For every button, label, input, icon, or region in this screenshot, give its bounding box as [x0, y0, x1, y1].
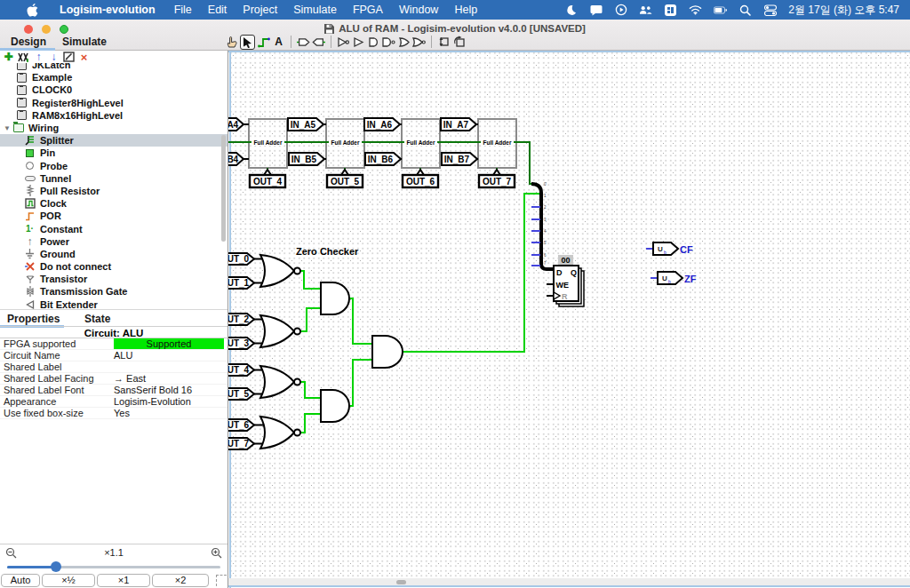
pin-label-out3: OUT_3: [228, 338, 250, 348]
menu-window[interactable]: Window: [391, 4, 446, 16]
circuit-canvas[interactable]: Full Adder Full Adder Full Adder Full Ad…: [228, 51, 910, 588]
tree-item-example[interactable]: Example: [0, 71, 228, 83]
menu-simulate[interactable]: Simulate: [285, 4, 345, 16]
register[interactable]: 00 D Q WE R: [547, 255, 584, 306]
nand-gate-tool-icon[interactable]: [382, 35, 395, 49]
zoom-half-button[interactable]: ×½: [42, 574, 95, 587]
tree-folder-wiring[interactable]: ▼Wiring: [0, 122, 228, 134]
tree-item-splitter[interactable]: Splitter: [0, 134, 228, 147]
property-value: ALU: [114, 350, 228, 361]
delete-circuit-icon[interactable]: ×: [78, 52, 90, 63]
zoom-in-icon[interactable]: [211, 546, 222, 558]
move-circuit-up-icon[interactable]: ↑: [33, 52, 44, 63]
property-row-fpga-supported[interactable]: FPGA supportedSupported: [0, 338, 228, 350]
tab-simulate[interactable]: Simulate: [62, 36, 107, 48]
tab-properties[interactable]: Properties: [7, 313, 60, 325]
add-vhdl-icon[interactable]: [18, 52, 29, 63]
tree-item-clock0[interactable]: CLOCK0: [0, 83, 228, 96]
tree-item-pin[interactable]: Pin: [0, 147, 228, 159]
poke-tool-icon[interactable]: [225, 35, 238, 49]
and-gates[interactable]: [321, 282, 403, 422]
and-gate-tool-icon[interactable]: [367, 35, 380, 49]
move-circuit-down-icon[interactable]: ↓: [48, 52, 60, 63]
tree-item-transmission-gate[interactable]: Transmission Gate: [0, 285, 228, 298]
chevron-down-icon[interactable]: ▼: [4, 124, 11, 132]
not-gate-tool-icon[interactable]: [337, 35, 350, 49]
zoom-1x-button[interactable]: ×1: [97, 574, 150, 587]
output-pins-sum[interactable]: OUT_4 OUT_5 OUT_6 OUT_7: [250, 170, 515, 187]
property-row-use-fixed-box-size[interactable]: Use fixed box-sizeYes: [0, 408, 228, 419]
tree-item-probe[interactable]: Probe: [0, 160, 228, 172]
battery-icon[interactable]: [714, 4, 727, 17]
tree-item-register8highlevel[interactable]: Register8HighLevel: [0, 97, 228, 109]
tree-item-ground[interactable]: Ground: [0, 248, 228, 260]
menu-file[interactable]: File: [166, 4, 200, 16]
canvas-horizontal-scrollbar[interactable]: [228, 578, 910, 585]
menubar-clock[interactable]: 2월 17일 (화) 오후 5:47: [788, 3, 899, 18]
tree-item-transistor[interactable]: Transistor: [0, 273, 228, 285]
nor-gates[interactable]: [260, 255, 300, 449]
menu-app-name[interactable]: Logisim-evolution: [52, 4, 166, 16]
wifi-icon[interactable]: [689, 4, 702, 17]
tree-scrollbar[interactable]: [221, 135, 226, 242]
tree-item-constant[interactable]: 1·Constant: [0, 222, 228, 234]
add-circuit-icon[interactable]: ✚: [3, 52, 14, 63]
splitter-spine[interactable]: [531, 184, 554, 269]
toolbar-separator: [291, 36, 291, 48]
input-pin-tool-icon[interactable]: [297, 35, 310, 49]
slider-thumb[interactable]: [51, 561, 61, 572]
tree-item-jklatch[interactable]: JKLatch: [0, 63, 228, 71]
toolbar-separator: [331, 36, 331, 48]
control-center-icon[interactable]: [763, 4, 777, 17]
tree-item-bit-extender[interactable]: Bit Extender: [0, 298, 228, 309]
svg-text:2: 2: [544, 205, 547, 210]
flag-cf[interactable]: U b CF: [646, 242, 693, 255]
tab-design[interactable]: Design: [11, 36, 46, 48]
text-tool-icon[interactable]: A: [272, 35, 285, 49]
property-row-shared-label[interactable]: Shared Label: [0, 362, 228, 373]
tab-state[interactable]: State: [84, 313, 110, 325]
property-row-appearance[interactable]: AppearanceLogisim-Evolution: [0, 396, 228, 408]
flag-zf[interactable]: U b ZF: [651, 272, 697, 284]
pin-label-out4b: OUT_4: [228, 365, 250, 375]
zoom-2x-button[interactable]: ×2: [152, 574, 209, 587]
menu-project[interactable]: Project: [235, 4, 285, 16]
tree-item-por[interactable]: POR: [0, 210, 228, 222]
buffer-gate-tool-icon[interactable]: [352, 35, 365, 49]
tree-item-power[interactable]: ↑Power: [0, 235, 228, 248]
or-gate-tool-icon[interactable]: [397, 35, 411, 49]
nor-gate-tool-icon[interactable]: [412, 35, 426, 49]
pin-label-out1: OUT_1: [228, 278, 250, 288]
record-icon[interactable]: [614, 4, 627, 17]
property-row-shared-label-font[interactable]: Shared Label FontSansSerif Bold 16: [0, 385, 228, 396]
tree-item-do-not-connect[interactable]: Do not connect: [0, 260, 228, 273]
canvas-scrollbar-thumb[interactable]: [396, 580, 406, 584]
property-row-circuit-name[interactable]: Circuit NameALU: [0, 350, 228, 362]
moon-icon[interactable]: [564, 4, 578, 17]
menu-edit[interactable]: Edit: [200, 4, 235, 16]
input-badge-icon[interactable]: [664, 4, 677, 17]
panel-resize-grip[interactable]: [216, 575, 227, 586]
tree-item-ram8x16highlevel[interactable]: RAM8x16HighLevel: [0, 109, 228, 122]
component-rotate-tool-icon[interactable]: [452, 35, 466, 49]
wiring-tool-icon[interactable]: [257, 35, 270, 49]
zoom-auto-button[interactable]: Auto: [1, 574, 40, 587]
zero-checker-pins[interactable]: OUT_0 OUT_1 OUT_2 OUT_3 OUT_4 OUT_5 OUT_…: [228, 253, 254, 449]
tree-item-clock[interactable]: Clock: [0, 197, 228, 210]
menu-fpga[interactable]: FPGA: [345, 4, 391, 16]
search-icon[interactable]: [738, 4, 752, 17]
edit-appearance-icon[interactable]: [63, 52, 75, 63]
property-row-shared-label-facing[interactable]: Shared Label Facing→ East: [0, 373, 228, 385]
output-pin-tool-icon[interactable]: [312, 35, 325, 49]
chat-icon[interactable]: [589, 4, 603, 17]
select-tool-icon[interactable]: [240, 35, 255, 50]
menu-help[interactable]: Help: [446, 4, 485, 16]
users-icon[interactable]: [639, 4, 652, 17]
zoom-slider[interactable]: [0, 560, 228, 574]
tree-item-tunnel[interactable]: Tunnel: [0, 172, 228, 185]
splitter[interactable]: 0 1 2 3 4 5 6 7: [531, 182, 554, 269]
component-up-down-tool-icon[interactable]: [437, 35, 451, 49]
tree-item-pull-resistor[interactable]: Pull Resistor: [0, 185, 228, 197]
apple-menu-icon[interactable]: [27, 4, 39, 16]
tree-item-label: Clock: [40, 198, 67, 209]
